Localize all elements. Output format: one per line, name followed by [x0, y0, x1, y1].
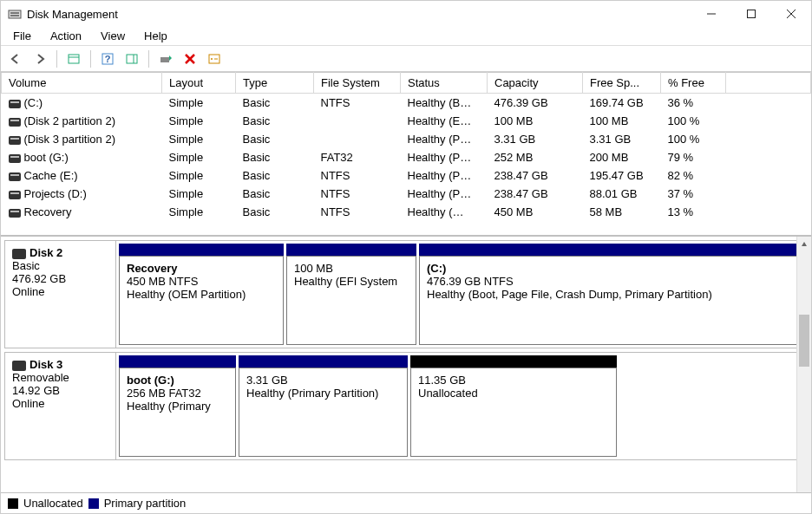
disk-size: 476.92 GB — [12, 272, 108, 285]
partition[interactable]: 11.35 GB Unallocated — [410, 355, 617, 457]
partition-size: 476.39 GB NTFS — [427, 275, 796, 288]
partition-name: (C:) — [427, 262, 796, 275]
toolbar-separator — [90, 50, 91, 68]
disk-type: Basic — [12, 259, 108, 272]
table-row[interactable]: RecoverySimpleBasicNTFSHealthy (…450 MB5… — [2, 203, 811, 221]
show-hide-action-pane-button[interactable] — [122, 49, 141, 68]
col-type[interactable]: Type — [236, 73, 314, 94]
volume-icon — [9, 154, 21, 163]
volume-icon — [9, 172, 21, 181]
vertical-scrollbar[interactable] — [796, 237, 811, 492]
volume-list-pane: Volume Layout Type File System Status Ca… — [1, 72, 811, 237]
col-status[interactable]: Status — [401, 73, 488, 94]
partition-status: Healthy (Primary — [127, 400, 228, 413]
col-volume[interactable]: Volume — [2, 73, 162, 94]
disk-info: Disk 2 Basic 476.92 GB Online — [5, 241, 116, 348]
col-extra[interactable] — [726, 73, 811, 94]
svg-rect-4 — [748, 10, 756, 18]
disk-row[interactable]: Disk 3 Removable 14.92 GB Online boot (G… — [4, 352, 808, 460]
partition-stripe — [410, 355, 617, 368]
forward-button[interactable] — [30, 49, 49, 68]
table-row[interactable]: (C:)SimpleBasicNTFSHealthy (B…476.39 GB1… — [2, 94, 811, 113]
legend: Unallocated Primary partition — [1, 492, 811, 513]
maximize-button[interactable] — [731, 1, 771, 27]
back-button[interactable] — [6, 49, 25, 68]
legend-label-unallocated: Unallocated — [23, 497, 83, 510]
partition[interactable]: Recovery 450 MB NTFS Healthy (OEM Partit… — [119, 244, 284, 345]
volume-icon — [9, 209, 21, 218]
partition-size: 11.35 GB — [418, 374, 609, 387]
col-pctfree[interactable]: % Free — [661, 73, 726, 94]
partition[interactable]: boot (G:) 256 MB FAT32 Healthy (Primary — [119, 355, 236, 457]
show-hide-console-tree-button[interactable] — [64, 49, 83, 68]
partition-stripe — [119, 244, 284, 256]
svg-rect-11 — [127, 55, 137, 63]
menu-file[interactable]: File — [6, 29, 38, 42]
partition-size: 3.31 GB — [246, 374, 400, 387]
table-row[interactable]: (Disk 2 partition 2)SimpleBasicHealthy (… — [2, 112, 811, 130]
svg-rect-0 — [9, 10, 21, 18]
disk-state: Online — [12, 285, 108, 298]
partition-status: Healthy (Boot, Page File, Crash Dump, Pr… — [427, 288, 796, 301]
menubar: File Action View Help — [1, 27, 811, 46]
partition-status: Healthy (EFI System — [294, 275, 409, 288]
menu-help[interactable]: Help — [137, 29, 174, 42]
partition-size: 450 MB NTFS — [127, 275, 276, 288]
partition-size: 256 MB FAT32 — [127, 387, 228, 400]
volume-icon — [9, 191, 21, 199]
disk-state: Online — [12, 397, 108, 410]
disk-layout-pane: Disk 2 Basic 476.92 GB Online Recovery 4… — [1, 237, 811, 492]
disk-row[interactable]: Disk 2 Basic 476.92 GB Online Recovery 4… — [4, 240, 808, 348]
volume-icon — [9, 136, 21, 145]
help-button[interactable]: ? — [98, 49, 117, 68]
partition-stripe — [419, 244, 804, 256]
partition-stripe — [239, 355, 408, 368]
scroll-up-button[interactable] — [797, 237, 811, 251]
partition-stripe — [286, 244, 416, 256]
table-row[interactable]: boot (G:)SimpleBasicFAT32Healthy (P…252 … — [2, 148, 811, 166]
partition-status: Unallocated — [418, 387, 609, 400]
toolbar: ? — [1, 46, 811, 72]
volume-table[interactable]: Volume Layout Type File System Status Ca… — [1, 72, 811, 221]
menu-view[interactable]: View — [94, 29, 132, 42]
partition-name: Recovery — [127, 262, 276, 275]
minimize-button[interactable] — [691, 1, 731, 27]
disk-icon — [12, 361, 26, 371]
svg-rect-2 — [10, 15, 19, 16]
legend-swatch-primary — [88, 498, 99, 509]
disk-info: Disk 3 Removable 14.92 GB Online — [5, 353, 116, 459]
column-header-row: Volume Layout Type File System Status Ca… — [2, 73, 811, 94]
svg-rect-1 — [10, 12, 19, 14]
disk-name: Disk 2 — [29, 246, 62, 259]
svg-rect-13 — [160, 57, 169, 62]
refresh-button[interactable] — [156, 49, 175, 68]
scroll-thumb[interactable] — [799, 315, 809, 367]
partition[interactable]: 3.31 GB Healthy (Primary Partition) — [239, 355, 408, 457]
volume-icon — [9, 100, 21, 108]
close-button[interactable] — [771, 1, 811, 27]
col-capacity[interactable]: Capacity — [488, 73, 583, 94]
col-filesystem[interactable]: File System — [314, 73, 401, 94]
delete-button[interactable] — [180, 49, 200, 68]
table-row[interactable]: Projects (D:)SimpleBasicNTFSHealthy (P…2… — [2, 185, 811, 203]
svg-point-15 — [211, 58, 213, 60]
partition-status: Healthy (OEM Partition) — [127, 288, 276, 301]
menu-action[interactable]: Action — [43, 29, 88, 42]
disk-partitions: boot (G:) 256 MB FAT32 Healthy (Primary … — [116, 353, 619, 459]
properties-button[interactable] — [205, 49, 224, 68]
disk-management-window: Disk Management File Action View Help ? — [0, 0, 812, 514]
col-layout[interactable]: Layout — [162, 73, 236, 94]
partition-stripe — [119, 355, 236, 368]
disk-size: 14.92 GB — [12, 384, 108, 397]
partition-name: boot (G:) — [127, 374, 228, 387]
table-row[interactable]: Cache (E:)SimpleBasicNTFSHealthy (P…238.… — [2, 166, 811, 185]
disk-icon — [12, 249, 26, 259]
disk-type: Removable — [12, 371, 108, 384]
window-title: Disk Management — [27, 8, 691, 21]
col-freespace[interactable]: Free Sp... — [583, 73, 661, 94]
volume-icon — [9, 118, 21, 127]
legend-label-primary: Primary partition — [104, 497, 187, 510]
table-row[interactable]: (Disk 3 partition 2)SimpleBasicHealthy (… — [2, 130, 811, 148]
partition[interactable]: (C:) 476.39 GB NTFS Healthy (Boot, Page … — [419, 244, 804, 345]
partition[interactable]: 100 MB Healthy (EFI System — [286, 244, 416, 345]
